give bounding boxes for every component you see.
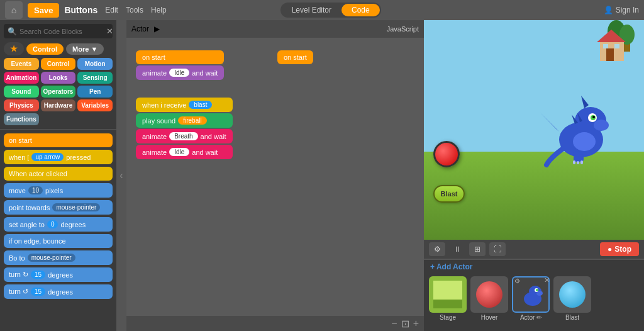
when-actor-clicked-block[interactable]: When actor clicked [4, 167, 113, 181]
hover-label: Hover [481, 314, 498, 321]
cat-control[interactable]: Control [41, 58, 76, 70]
category-grid: Events Control Motion Animation Looks Se… [0, 58, 116, 128]
on-start-cb-2[interactable]: on start [277, 50, 313, 64]
left-panel: 🔍 ✕ ★ Control More ▼ Events Control Moti… [0, 20, 116, 331]
red-button[interactable] [433, 141, 460, 167]
block-tabs: ★ Control More ▼ [0, 42, 116, 58]
game-scene: Blast [424, 20, 644, 240]
actor-item-hover[interactable]: Hover [470, 276, 508, 321]
mode-toggle: Level Editor Code [280, 3, 381, 18]
control-tab[interactable]: Control [26, 43, 64, 55]
app-title: Buttons [64, 5, 97, 15]
settings-button[interactable]: ⚙ [429, 242, 445, 256]
cat-hardware[interactable]: Hardware [41, 99, 76, 111]
svg-rect-21 [577, 161, 579, 164]
play-sound-cb[interactable]: play sound fireball [136, 113, 233, 128]
svg-marker-15 [581, 96, 589, 108]
cat-looks[interactable]: Looks [41, 72, 76, 84]
svg-point-11 [594, 120, 609, 131]
svg-marker-16 [543, 115, 562, 133]
more-tab[interactable]: More ▼ [66, 43, 104, 55]
favorites-tab[interactable]: ★ [4, 42, 24, 55]
cat-animation[interactable]: Animation [4, 72, 39, 84]
hover-thumbnail [470, 276, 508, 313]
svg-point-14 [592, 116, 595, 118]
animate-idle-2-cb[interactable]: animate Idle and wait [136, 145, 233, 159]
code-group-2: on start [277, 50, 313, 64]
animate-idle-cb[interactable]: animate Idle and wait [136, 65, 224, 80]
right-panel: Blast [424, 20, 644, 331]
dragon-character [537, 86, 625, 174]
pause-button[interactable]: ⏸ [449, 242, 465, 256]
actor-bar: Actor ▶ JavaScript [126, 20, 424, 38]
add-actor-button[interactable]: + Add Actor [424, 260, 644, 274]
actor-item-stage[interactable]: Stage [429, 276, 467, 321]
svg-rect-22 [580, 160, 583, 164]
code-canvas[interactable]: on start animate Idle and wait on start … [126, 38, 424, 316]
on-start-block[interactable]: on start [4, 133, 113, 147]
javascript-toggle[interactable]: JavaScript [387, 25, 419, 33]
actor-arrow[interactable]: ▶ [154, 25, 160, 33]
code-button[interactable]: Code [341, 4, 380, 16]
save-button[interactable]: Save [28, 3, 59, 18]
animate-breath-cb[interactable]: animate Breath and wait [136, 129, 233, 143]
cat-sound[interactable]: Sound [4, 86, 39, 98]
menu-help[interactable]: Help [151, 6, 167, 14]
code-group-3: when i receive blast play sound fireball… [136, 98, 233, 159]
stop-button[interactable]: ● Stop [600, 242, 639, 256]
actor-item-blast[interactable]: Blast [553, 276, 591, 321]
actor-label: Actor ✏ [520, 314, 541, 321]
stop-icon: ● [608, 245, 612, 254]
turn-cw-block[interactable]: turn ↻ 15 degrees [4, 267, 113, 282]
panel-divider[interactable]: ‹ [116, 20, 126, 331]
actor-item-actor[interactable]: ⚙ ✕ Actor ✏ [512, 276, 550, 321]
cat-events[interactable]: Events [4, 58, 39, 70]
level-editor-button[interactable]: Level Editor [282, 4, 341, 16]
cat-physics[interactable]: Physics [4, 99, 39, 111]
svg-point-23 [573, 132, 596, 151]
grid-button[interactable]: ⊞ [469, 242, 486, 256]
game-view: Blast [424, 20, 644, 240]
turn-ccw-block[interactable]: turn ↺ 15 degrees [4, 284, 113, 299]
actor-gear-icon[interactable]: ⚙ [514, 278, 520, 284]
actor-tray: + Add Actor Stage [424, 259, 644, 331]
home-icon[interactable]: ⌂ [5, 1, 23, 19]
actor-label: Actor [131, 25, 149, 33]
search-input[interactable] [19, 28, 106, 35]
search-clear-button[interactable]: ✕ [106, 26, 113, 36]
cat-sensing[interactable]: Sensing [77, 72, 113, 84]
svg-rect-8 [614, 44, 619, 48]
menu-tools[interactable]: Tools [126, 6, 143, 14]
menu-edit[interactable]: Edit [105, 6, 118, 14]
svg-rect-28 [433, 300, 462, 308]
cat-pen[interactable]: Pen [77, 86, 113, 98]
svg-rect-7 [603, 44, 608, 48]
move-pixels-block[interactable]: move 10 pixels [4, 183, 113, 198]
top-bar: ⌂ Save Buttons Edit Tools Help Level Edi… [0, 0, 644, 20]
sign-in-button[interactable]: 👤 Sign In [604, 6, 639, 14]
svg-rect-20 [573, 160, 575, 164]
if-on-edge-block[interactable]: if on edge, bounce [4, 234, 113, 248]
set-angle-block[interactable]: set angle to 0 degrees [4, 217, 113, 232]
game-toolbar: ⚙ ⏸ ⊞ ⛶ ● Stop [424, 240, 644, 259]
go-to-block[interactable]: Bo to mouse-pointer [4, 250, 113, 265]
code-group-1: on start animate Idle and wait [136, 50, 224, 80]
actor-list: Stage Hover [424, 274, 644, 323]
fullscreen-button[interactable]: ⛶ [489, 242, 506, 256]
blast-thumbnail [553, 276, 591, 313]
point-towards-block[interactable]: point towards mouse-pointer [4, 200, 113, 215]
cat-motion[interactable]: Motion [77, 58, 113, 70]
actor-close-button[interactable]: ✕ [544, 276, 550, 284]
cat-variables[interactable]: Variables [77, 99, 113, 111]
blast-button[interactable]: Blast [433, 185, 465, 203]
when-receive-cb[interactable]: when i receive blast [136, 98, 233, 112]
search-icon: 🔍 [8, 27, 17, 36]
zoom-fit-button[interactable]: ⊡ [401, 318, 409, 330]
cat-functions[interactable]: Functions [4, 113, 39, 125]
svg-rect-6 [606, 48, 614, 61]
zoom-in-button[interactable]: + [413, 318, 419, 329]
zoom-out-button[interactable]: − [391, 318, 397, 329]
on-start-cb[interactable]: on start [136, 50, 224, 64]
cat-operators[interactable]: Operators [41, 86, 76, 98]
when-pressed-block[interactable]: when [ up arrow pressed [4, 150, 113, 164]
